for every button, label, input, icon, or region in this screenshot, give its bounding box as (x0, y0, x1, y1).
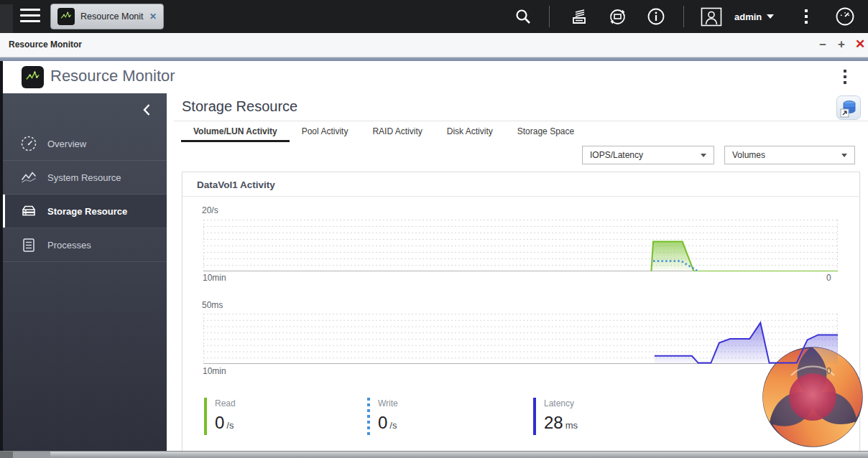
scope-select[interactable]: Volumes (724, 146, 855, 164)
write-legend-marker (367, 398, 370, 435)
sidebar-item-label: System Resource (47, 172, 121, 183)
corner-block (0, 4, 13, 33)
stat-latency: Latency 28ms (533, 398, 578, 435)
taskbar-left-segment-2 (13, 452, 50, 458)
app-options-icon[interactable] (844, 70, 846, 84)
tab-raid-activity[interactable]: RAID Activity (360, 123, 434, 142)
sidebar-item-processes[interactable]: Processes (0, 228, 167, 262)
resource-monitor-app-icon (22, 66, 44, 88)
window-maximize-button[interactable]: + (834, 36, 849, 53)
tab-storage-space[interactable]: Storage Space (505, 123, 586, 142)
chevron-down-icon (767, 14, 774, 19)
datavol-activity-panel: DataVol1 Activity 20/s 10min 0 50ms 10mi… (182, 172, 860, 452)
sidebar-item-label: Storage Resource (47, 206, 127, 217)
stat-read: Read 0/s (204, 398, 236, 435)
stat-value: 0/s (215, 413, 236, 433)
iops-xright-label: 0 (826, 273, 831, 283)
window-minimize-button[interactable]: – (815, 36, 831, 53)
iops-xleft-label: 10min (203, 273, 226, 283)
taskbar-tab-resource-monitor[interactable]: Resource Monit... ✕ (50, 4, 164, 29)
tab-volume-lun-activity[interactable]: Volume/LUN Activity (181, 123, 290, 142)
sidebar-item-system-resource[interactable]: System Resource (0, 161, 167, 195)
tab-disk-activity[interactable]: Disk Activity (435, 123, 505, 142)
iops-ymax-label: 20/s (202, 205, 218, 215)
bottom-taskbar-strip[interactable] (0, 451, 868, 458)
stat-write: Write 0/s (367, 398, 398, 435)
taskbar-tab-label: Resource Monit... (80, 11, 144, 22)
latency-ymax-label: 50ms (202, 300, 223, 310)
stat-label: Read (215, 398, 236, 408)
latency-chart (203, 314, 838, 364)
app-title: Resource Monitor (50, 67, 175, 85)
panel-divider (183, 196, 859, 197)
tab-pool-activity[interactable]: Pool Activity (290, 123, 361, 142)
page-title: Storage Resource (182, 98, 297, 115)
user-name: admin (734, 11, 762, 22)
metric-select-value: IOPS/Latency (590, 150, 643, 160)
sidebar: Overview System Resource Storage Resourc… (0, 93, 167, 451)
background-tasks-icon[interactable] (566, 0, 592, 33)
desktop-top-bar: Resource Monit... ✕ (0, 0, 868, 33)
sync-status-icon[interactable] (604, 0, 630, 33)
user-menu[interactable]: admin (734, 0, 774, 33)
scope-select-value: Volumes (732, 150, 765, 160)
storage-tabs: Volume/LUN Activity Pool Activity RAID A… (181, 123, 586, 142)
heading-divider (174, 121, 868, 121)
storage-snapshots-shortcut-icon[interactable] (836, 95, 861, 120)
sidebar-item-label: Overview (47, 139, 86, 149)
sidebar-item-label: Processes (47, 240, 91, 251)
latency-xright-label: 0 (826, 366, 831, 376)
stat-label: Latency (544, 398, 578, 408)
topbar-divider (683, 6, 684, 27)
sidebar-item-overview[interactable]: Overview (0, 127, 167, 161)
sidebar-item-storage-resource[interactable]: Storage Resource (0, 195, 167, 228)
dashboard-gauge-icon[interactable] (831, 0, 859, 33)
panel-title: DataVol1 Activity (197, 179, 275, 190)
process-list-icon (20, 236, 37, 253)
user-avatar-icon[interactable] (698, 0, 724, 33)
window-close-button[interactable]: ✕ (852, 36, 868, 53)
topbar-divider (549, 6, 550, 27)
latency-xleft-label: 10min (203, 366, 226, 376)
stat-value: 0/s (378, 413, 398, 433)
read-legend-marker (204, 398, 207, 435)
search-icon[interactable] (510, 0, 536, 33)
main-content: Storage Resource Volume/LUN Activity Poo… (167, 93, 868, 451)
chevron-down-icon (841, 154, 847, 157)
more-options-icon[interactable] (796, 0, 816, 33)
resource-monitor-app-icon (57, 8, 75, 25)
metric-select[interactable]: IOPS/Latency (582, 146, 714, 164)
main-menu-button[interactable] (20, 9, 40, 24)
disk-stack-icon (20, 202, 37, 220)
stat-value: 28ms (544, 413, 578, 433)
stat-label: Write (378, 398, 398, 408)
chevron-down-icon (701, 154, 706, 157)
iops-chart (203, 220, 838, 271)
taskbar-left-segment (0, 452, 13, 458)
left-edge-strip (0, 61, 3, 451)
active-item-indicator (3, 195, 5, 228)
qts-desktop: Resource Monit... ✕ (0, 0, 868, 458)
window-title: Resource Monitor (9, 39, 82, 50)
gauge-icon (20, 135, 37, 152)
sidebar-collapse-button[interactable] (139, 102, 155, 118)
info-icon[interactable] (643, 0, 669, 33)
app-header: Resource Monitor (0, 61, 868, 93)
latency-legend-marker (533, 398, 536, 435)
activity-line-icon (20, 169, 37, 186)
taskbar-tab-close-icon[interactable]: ✕ (149, 11, 157, 22)
window-title-bar: Resource Monitor – + ✕ (0, 33, 868, 57)
